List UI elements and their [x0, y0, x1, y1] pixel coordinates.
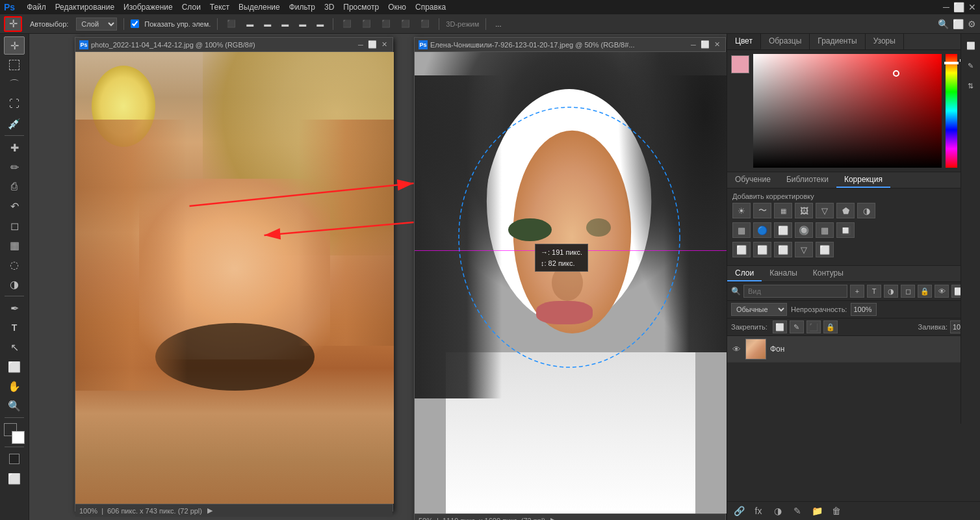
- layer-effects-btn[interactable]: fx: [751, 504, 766, 517]
- tab-color[interactable]: Цвет: [727, 34, 761, 49]
- color-gradient-picker[interactable]: [753, 54, 942, 168]
- workspace-btn[interactable]: ⬜: [953, 19, 964, 29]
- crop-tool[interactable]: ⛶: [4, 95, 25, 113]
- zoom-tool[interactable]: 🔍: [4, 396, 25, 415]
- layer-type-filter[interactable]: T: [867, 285, 881, 298]
- hue-strip[interactable]: [946, 54, 957, 168]
- color-swatch-current[interactable]: [731, 55, 749, 73]
- opacity-input[interactable]: [851, 303, 877, 316]
- vert-icon-1[interactable]: ⬜: [961, 36, 981, 55]
- blend-mode-select[interactable]: Обычные Умножение Экран: [731, 303, 787, 316]
- distribute-btn-1[interactable]: ⬛: [340, 18, 354, 29]
- menu-edit[interactable]: Редактирование: [55, 3, 114, 12]
- vert-icon-3[interactable]: ⇅: [961, 77, 981, 95]
- eraser-tool[interactable]: ◻: [4, 216, 25, 235]
- layer-group-btn[interactable]: 📁: [809, 504, 825, 517]
- window-close[interactable]: ✕: [968, 2, 976, 12]
- gradient-tool[interactable]: ▦: [4, 236, 25, 254]
- menu-3d[interactable]: 3D: [324, 3, 334, 12]
- window-minimize[interactable]: ─: [943, 2, 949, 12]
- tab-corrections[interactable]: Коррекция: [836, 172, 890, 188]
- layer-link-btn[interactable]: 🔗: [731, 504, 747, 517]
- more-options-btn[interactable]: ⚙: [968, 19, 976, 29]
- doc-titlebar-2[interactable]: Ps Елена-Чонишвили-7-926-123-01-20-17.jp…: [415, 38, 725, 52]
- distribute-btn-2[interactable]: ⬛: [359, 18, 374, 29]
- adj-colorbalance[interactable]: ◑: [857, 203, 875, 218]
- adj-levels[interactable]: ▦: [774, 203, 792, 218]
- adj-curves[interactable]: 〜: [753, 203, 771, 218]
- brush-tool[interactable]: ✏: [4, 158, 25, 176]
- adj-channelmixer[interactable]: ⬜: [774, 222, 792, 238]
- adj-colorlookup[interactable]: 🔘: [795, 222, 813, 238]
- tab-paths[interactable]: Контуры: [805, 266, 851, 281]
- shape-tool[interactable]: ⬜: [4, 358, 25, 376]
- clone-tool[interactable]: ⎙: [4, 177, 25, 196]
- toolbar-more-btn[interactable]: ...: [493, 19, 504, 29]
- distribute-btn-4[interactable]: ⬛: [398, 18, 413, 29]
- tab-channels[interactable]: Каналы: [762, 266, 805, 281]
- background-color[interactable]: [12, 431, 25, 444]
- tab-swatches[interactable]: Образцы: [761, 34, 810, 49]
- layer-new-btn[interactable]: +: [850, 285, 864, 298]
- adj-posterize[interactable]: 🔲: [836, 222, 855, 238]
- lasso-tool[interactable]: ⌒: [4, 75, 25, 94]
- show-controls-checkbox[interactable]: [131, 20, 139, 28]
- align-hcenter-btn[interactable]: ▬: [296, 19, 309, 29]
- layer-mask-btn[interactable]: ◑: [770, 504, 786, 517]
- adj-placeholder[interactable]: ⬜: [816, 242, 834, 257]
- eyedropper-tool[interactable]: 💉: [4, 114, 25, 133]
- menu-file[interactable]: Файл: [27, 3, 46, 12]
- doc1-minimize[interactable]: ─: [356, 40, 365, 49]
- adj-photofiler[interactable]: 🔵: [753, 222, 771, 238]
- doc2-restore[interactable]: ⬜: [701, 40, 710, 49]
- move-tool-btn[interactable]: ✛: [4, 16, 22, 32]
- history-brush-tool[interactable]: ↶: [4, 197, 25, 215]
- adj-exposure[interactable]: 🖼: [795, 203, 813, 218]
- menu-layers[interactable]: Слои: [182, 3, 201, 12]
- tab-libraries[interactable]: Библиотеки: [779, 172, 836, 188]
- tab-layers[interactable]: Слои: [727, 266, 762, 281]
- autovibor-dropdown[interactable]: Автовыбор:: [27, 19, 71, 29]
- quick-mask-btn[interactable]: [4, 450, 25, 468]
- move-tool[interactable]: ✛: [4, 36, 25, 55]
- doc2-minimize[interactable]: ─: [689, 40, 698, 49]
- align-left-btn[interactable]: ▬: [279, 19, 291, 29]
- path-select-tool[interactable]: ↖: [4, 338, 25, 356]
- menu-view[interactable]: Просмотр: [343, 3, 379, 12]
- marquee-tool[interactable]: [4, 56, 25, 74]
- lock-artboard-btn[interactable]: ⬛: [806, 320, 821, 333]
- layer-visibility-eye[interactable]: 👁: [731, 344, 741, 354]
- text-tool[interactable]: T: [4, 318, 25, 337]
- distribute-btn-3[interactable]: ⬛: [379, 18, 393, 29]
- autovibor-select[interactable]: Слой Группа: [76, 18, 117, 31]
- tab-gradients[interactable]: Градиенты: [810, 34, 865, 49]
- layer-delete-btn[interactable]: 🗑: [829, 504, 844, 517]
- vert-icon-2[interactable]: ✎: [961, 57, 981, 75]
- menu-help[interactable]: Справка: [415, 3, 446, 12]
- lock-position-btn[interactable]: ✎: [790, 320, 804, 333]
- adj-vibrance[interactable]: ▽: [816, 203, 834, 218]
- doc-canvas-2[interactable]: →: 191 пикс. ↕: 82 пикс.: [415, 52, 727, 514]
- doc1-close[interactable]: ✕: [380, 40, 389, 49]
- adj-bw[interactable]: ▦: [732, 222, 751, 238]
- menu-select[interactable]: Выделение: [239, 3, 280, 12]
- doc-canvas-1[interactable]: [75, 52, 394, 504]
- layer-smart-filter[interactable]: ◻: [901, 285, 915, 298]
- layer-adjustment-btn[interactable]: ✎: [790, 504, 805, 517]
- blur-tool[interactable]: ◌: [4, 255, 25, 274]
- adj-gradient-map[interactable]: ⬜: [753, 242, 771, 257]
- adj-hsl[interactable]: ⬟: [836, 203, 855, 218]
- distribute-btn-5[interactable]: ⬛: [418, 18, 432, 29]
- layer-item-background[interactable]: 👁 Фон 🔒: [727, 336, 980, 363]
- dodge-tool[interactable]: ◑: [4, 275, 25, 293]
- align-top-btn[interactable]: ⬛: [224, 18, 239, 29]
- lock-all-btn[interactable]: 🔒: [823, 320, 838, 333]
- pen-tool[interactable]: ✒: [4, 299, 25, 317]
- hand-tool[interactable]: ✋: [4, 377, 25, 395]
- layer-adj-filter[interactable]: ◑: [884, 285, 898, 298]
- color-swatches[interactable]: [4, 423, 25, 444]
- heal-tool[interactable]: ✚: [4, 138, 25, 157]
- doc-titlebar-1[interactable]: Ps photo_2022-11-04_14-42-12.jpg @ 100% …: [75, 38, 393, 52]
- align-bottom-btn[interactable]: ▬: [261, 19, 274, 29]
- adj-threshold[interactable]: ⬜: [732, 242, 751, 257]
